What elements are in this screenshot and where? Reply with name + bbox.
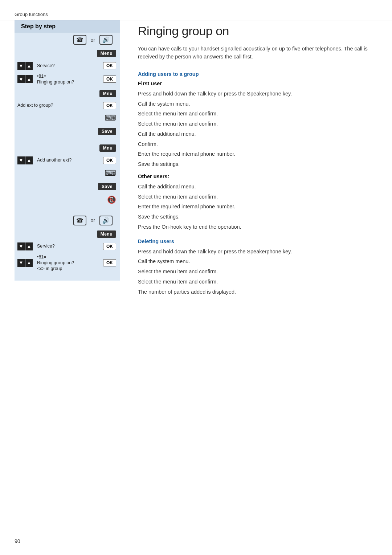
first-user-desc8: Save the settings.: [138, 160, 372, 168]
talk-key-icon: ☎: [73, 35, 86, 45]
first-user-desc2: Call the system menu.: [138, 100, 372, 108]
step-talk-or-speaker: ☎ or 🔊: [15, 33, 120, 47]
step-keypad-1: ⌨: [15, 111, 120, 125]
deleting-desc3: Select the menu item and confirm.: [138, 268, 372, 276]
arrow-up-1: ▲: [25, 62, 33, 70]
save-button-2[interactable]: Save: [98, 183, 116, 190]
ok-button-4[interactable]: OK: [103, 157, 116, 164]
deleting-desc5: The number of parties added is displayed…: [138, 288, 372, 296]
spacer-3: [15, 273, 120, 281]
first-user-desc7: Enter the required internal phone number…: [138, 150, 372, 158]
ok-button-2[interactable]: OK: [103, 76, 116, 83]
or-label-2: or: [91, 217, 95, 223]
step-add-ext: Add ext to group? OK: [15, 100, 120, 111]
first-user-desc6: Confirm.: [138, 140, 372, 148]
menu-button-1[interactable]: Menu: [97, 50, 116, 57]
or-label-1: or: [91, 37, 95, 43]
arrow-down-4: ▼: [17, 242, 25, 250]
step-menu-2: Menu: [15, 228, 120, 241]
first-user-desc4: Select the menu item and confirm.: [138, 120, 372, 128]
first-user-desc5: Call the additional menu.: [138, 130, 372, 138]
step-add-another: ▼ ▲ Add another ext? OK: [15, 155, 120, 166]
step-menu-1: Menu: [15, 47, 120, 60]
step-save-2: Save: [15, 180, 120, 193]
arrow-down-1: ▼: [17, 62, 25, 70]
deleting-desc4: Select the menu item and confirm.: [138, 278, 372, 286]
first-user-desc3: Select the menu item and confirm.: [138, 110, 372, 118]
step-service-1-left: ▼ ▲ Service?: [17, 62, 55, 70]
ok-button-6[interactable]: OK: [103, 259, 116, 266]
keypad-icon-2: ⌨: [105, 168, 116, 178]
arrow-up-4: ▲: [25, 242, 33, 250]
main-layout: Step by step ☎ or 🔊 Menu: [0, 20, 392, 298]
step-service-2-left: ▼ ▲ Service?: [17, 242, 55, 250]
nav-arrows-1: ▼ ▲: [17, 62, 33, 70]
keypad-icon-1: ⌨: [105, 113, 116, 123]
onhook-icon: 📵: [107, 195, 116, 204]
service-label-2: Service?: [37, 243, 55, 249]
star81-label-1: •81=Ringing group on?: [37, 73, 74, 85]
first-user-heading: First user: [138, 81, 372, 86]
spacer-2: [15, 206, 120, 213]
nav-arrows-5: ▼ ▲: [17, 259, 33, 267]
spacer-1: [15, 138, 120, 142]
ok-button-5[interactable]: OK: [103, 243, 116, 250]
step-star81-1-left: ▼ ▲ •81=Ringing group on?: [17, 73, 74, 85]
step-service-1: ▼ ▲ Service? OK: [15, 60, 120, 72]
nav-arrows-4: ▼ ▲: [17, 242, 33, 250]
step-star81-2: ▼ ▲ •81=Ringing group on?<x> in group OK: [15, 252, 120, 274]
step-mnu-1: Mnu: [15, 87, 120, 100]
step-mnu-2: Mnu: [15, 142, 120, 155]
icon-or-row-2: ☎ or 🔊: [17, 216, 116, 225]
step-keypad-2: ⌨: [15, 166, 120, 180]
step-by-step-header: Step by step: [15, 20, 120, 33]
step-add-another-left: ▼ ▲ Add another ext?: [17, 156, 72, 164]
other-users-desc4: Save the settings.: [138, 213, 372, 221]
save-button-1[interactable]: Save: [98, 128, 116, 135]
mnu-button-1[interactable]: Mnu: [99, 90, 116, 97]
adding-users-heading: Adding users to a group: [138, 71, 372, 77]
step-service-2: ▼ ▲ Service? OK: [15, 241, 120, 252]
menu-button-2[interactable]: Menu: [97, 230, 116, 238]
talk-key-icon-2: ☎: [73, 216, 86, 225]
mnu-button-2[interactable]: Mnu: [99, 144, 116, 152]
other-users-desc3: Enter the required internal phone number…: [138, 203, 372, 211]
arrow-up-3: ▲: [25, 156, 33, 164]
step-save-1: Save: [15, 125, 120, 138]
other-users-desc5: Press the On-hook key to end the operati…: [138, 223, 372, 231]
left-column: Step by step ☎ or 🔊 Menu: [0, 20, 123, 281]
add-another-label: Add another ext?: [37, 157, 72, 163]
breadcrumb: Group functions: [0, 11, 392, 20]
step-star81-2-left: ▼ ▲ •81=Ringing group on?<x> in group: [17, 254, 74, 272]
arrow-up-2: ▲: [25, 75, 33, 83]
page-title: Ringing group on: [138, 24, 372, 38]
arrow-up-5: ▲: [25, 259, 33, 267]
ok-button-3[interactable]: OK: [103, 102, 116, 109]
service-label-1: Service?: [37, 63, 55, 69]
page-number: 90: [15, 538, 20, 544]
deleting-desc2: Call the system menu.: [138, 258, 372, 266]
step-star81-1: ▼ ▲ •81=Ringing group on? OK: [15, 72, 120, 87]
nav-arrows-3: ▼ ▲: [17, 156, 33, 164]
ok-button-1[interactable]: OK: [103, 62, 116, 69]
breadcrumb-text: Group functions: [15, 12, 48, 17]
other-users-desc2: Select the menu item and confirm.: [138, 193, 372, 201]
star81-label-2: •81=Ringing group on?<x> in group: [37, 254, 74, 272]
right-column: Ringing group on You can have calls to y…: [123, 20, 392, 298]
arrow-down-3: ▼: [17, 156, 25, 164]
intro-text: You can have calls to your handset signa…: [138, 45, 372, 61]
first-user-desc1: Press and hold down the Talk key or pres…: [138, 90, 372, 98]
icon-or-row-1: ☎ or 🔊: [17, 35, 116, 45]
page-container: Group functions Step by step ☎ or 🔊: [0, 0, 392, 555]
step-talk-or-speaker-2: ☎ or 🔊: [15, 213, 120, 228]
step-onhook: 📵: [15, 193, 120, 206]
speaker-key-icon: 🔊: [99, 35, 113, 45]
speaker-key-icon-2: 🔊: [99, 216, 113, 225]
other-users-desc1: Call the additional menu.: [138, 183, 372, 191]
arrow-down-5: ▼: [17, 259, 25, 267]
other-users-heading: Other users:: [138, 174, 372, 179]
arrow-down-2: ▼: [17, 75, 25, 83]
deleting-users-heading: Deleting users: [138, 238, 372, 244]
add-ext-label: Add ext to group?: [17, 102, 53, 108]
step-add-ext-left: Add ext to group?: [17, 102, 53, 108]
